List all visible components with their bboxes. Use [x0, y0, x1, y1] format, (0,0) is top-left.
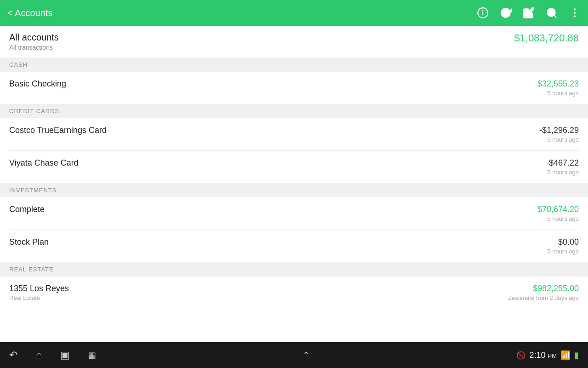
wifi-icon: 📶	[560, 350, 571, 360]
bottom-nav: ↶ ⌂ ▣ ▦ ⌃ 🚫 2:10 PM 📶 ▮	[0, 342, 588, 368]
section-header-credit-cards: CREDIT CARDS	[0, 104, 588, 118]
account-amount: -$1,296.29	[539, 126, 579, 135]
content: All accounts All transactions $1,083,720…	[0, 26, 588, 342]
all-accounts-info: All accounts All transactions	[9, 32, 59, 51]
account-timestamp: 5 hours ago	[537, 215, 579, 222]
account-timestamp: 5 hours ago	[537, 90, 579, 97]
bottom-nav-left: ↶ ⌂ ▣ ▦	[9, 349, 96, 361]
account-row[interactable]: Basic Checking$32,555.235 hours ago	[0, 72, 588, 104]
account-sub: Real Estate	[9, 294, 69, 301]
account-row[interactable]: 1355 Los ReyesReal Estate$982,255.00Zest…	[0, 276, 588, 309]
account-row[interactable]: Stock Plan$0.005 hours ago	[0, 230, 588, 262]
account-info: Costco TrueEarnings Card	[9, 126, 107, 135]
account-row[interactable]: Viyata Chase Card-$467.225 hours ago	[0, 151, 588, 183]
battery-icon: ▮	[574, 350, 579, 360]
account-amount: $982,255.00	[508, 284, 579, 293]
account-name: Complete	[9, 205, 45, 214]
account-timestamp: 5 hours ago	[546, 169, 579, 176]
section-header-investments: INVESTMENTS	[0, 183, 588, 197]
svg-point-4	[574, 8, 576, 10]
account-info: Basic Checking	[9, 79, 66, 89]
account-amount-group: $0.005 hours ago	[547, 237, 579, 255]
top-bar: < Accounts i	[0, 0, 588, 26]
account-info: 1355 Los ReyesReal Estate	[9, 284, 69, 301]
account-name: Viyata Chase Card	[9, 158, 79, 168]
account-name: Basic Checking	[9, 79, 66, 89]
account-amount: $0.00	[547, 237, 579, 247]
time-display: 2:10 PM	[529, 351, 557, 360]
account-timestamp: 5 hours ago	[547, 248, 579, 255]
status-bar-right: 🚫 2:10 PM 📶 ▮	[516, 350, 579, 360]
back-button[interactable]: < Accounts	[7, 8, 52, 18]
all-accounts-subtitle: All transactions	[9, 44, 59, 51]
nav-home-icon[interactable]: ⌂	[36, 349, 42, 361]
info-icon[interactable]: i	[477, 7, 489, 19]
account-info: Stock Plan	[9, 237, 49, 247]
account-amount-group: $32,555.235 hours ago	[537, 79, 579, 97]
nav-recents-icon[interactable]: ▣	[60, 349, 70, 361]
all-accounts-total: $1,083,720.88	[514, 32, 579, 44]
svg-line-3	[554, 15, 556, 17]
account-timestamp: 5 hours ago	[539, 136, 579, 143]
top-bar-actions: i	[477, 7, 581, 19]
account-amount-group: $982,255.00Zestimate from 2 days ago	[508, 284, 579, 301]
account-amount: $70,674.20	[537, 205, 579, 214]
section-header-cash: CASH	[0, 58, 588, 72]
search-icon[interactable]	[546, 7, 558, 19]
account-info: Viyata Chase Card	[9, 158, 79, 168]
account-amount-group: -$1,296.295 hours ago	[539, 126, 579, 143]
account-name: 1355 Los Reyes	[9, 284, 69, 293]
sections-container: CASHBasic Checking$32,555.235 hours agoC…	[0, 58, 588, 309]
nav-up-icon[interactable]: ⌃	[303, 350, 310, 360]
edit-icon[interactable]	[523, 7, 535, 19]
no-sim-icon: 🚫	[516, 351, 526, 360]
account-timestamp: Zestimate from 2 days ago	[508, 294, 579, 301]
section-header-real-estate: REAL ESTATE	[0, 262, 588, 276]
top-bar-left: < Accounts	[7, 8, 52, 18]
account-amount-group: -$467.225 hours ago	[546, 158, 579, 176]
nav-qr-icon[interactable]: ▦	[88, 350, 96, 360]
account-amount-group: $70,674.205 hours ago	[537, 205, 579, 222]
svg-text:i: i	[482, 9, 484, 17]
account-name: Stock Plan	[9, 237, 49, 247]
all-accounts-row[interactable]: All accounts All transactions $1,083,720…	[0, 26, 588, 58]
all-accounts-title: All accounts	[9, 32, 59, 43]
account-info: Complete	[9, 205, 45, 214]
account-name: Costco TrueEarnings Card	[9, 126, 107, 135]
svg-point-6	[574, 15, 576, 17]
nav-back-icon[interactable]: ↶	[9, 349, 17, 361]
account-row[interactable]: Costco TrueEarnings Card-$1,296.295 hour…	[0, 118, 588, 150]
account-amount: $32,555.23	[537, 79, 579, 89]
bottom-nav-center: ⌃	[303, 350, 310, 360]
account-amount: -$467.22	[546, 158, 579, 168]
refresh-icon[interactable]	[500, 7, 512, 19]
more-icon[interactable]	[569, 7, 581, 19]
account-row[interactable]: Complete$70,674.205 hours ago	[0, 197, 588, 230]
svg-point-5	[574, 12, 576, 14]
